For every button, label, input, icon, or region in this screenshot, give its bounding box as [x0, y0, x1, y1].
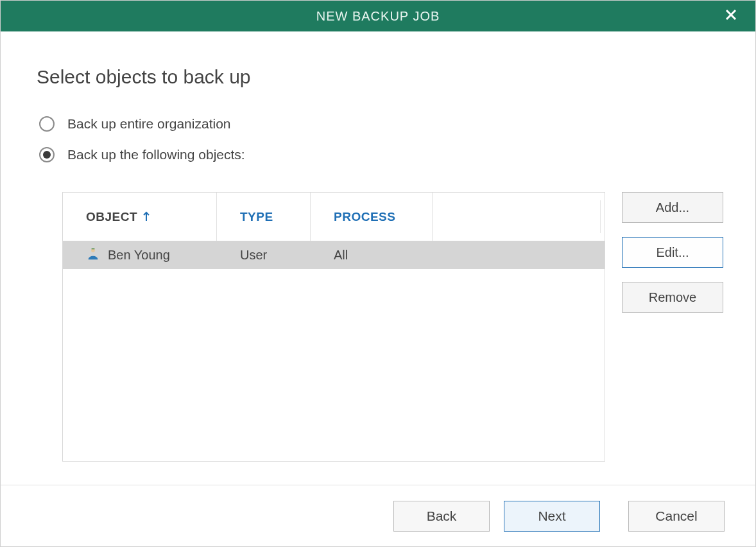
radio-entire-org[interactable]: Back up entire organization: [39, 116, 723, 132]
table-row[interactable]: Ben Young User All: [63, 241, 605, 269]
objects-grid: OBJECT TYPE PROCESS: [62, 192, 605, 462]
col-header-object[interactable]: OBJECT: [63, 193, 217, 241]
col-header-process[interactable]: PROCESS: [311, 193, 433, 241]
edit-button[interactable]: Edit...: [622, 237, 723, 268]
add-button-label: Add...: [656, 200, 689, 215]
col-header-type[interactable]: TYPE: [217, 193, 311, 241]
sort-asc-icon: [142, 209, 150, 225]
titlebar: NEW BACKUP JOB: [1, 1, 755, 31]
cell-process-value: All: [334, 248, 348, 263]
cell-type-value: User: [240, 248, 267, 263]
add-button[interactable]: Add...: [622, 192, 723, 223]
remove-button[interactable]: Remove: [622, 282, 723, 313]
cell-process: All: [311, 248, 433, 263]
grid-header: OBJECT TYPE PROCESS: [63, 193, 605, 241]
col-header-empty: [433, 193, 605, 241]
radio-label-entire-org: Back up entire organization: [67, 116, 231, 132]
edit-button-label: Edit...: [656, 245, 689, 260]
next-button-label: Next: [538, 508, 565, 524]
radio-label-following-objects: Back up the following objects:: [67, 147, 245, 162]
next-button[interactable]: Next: [504, 501, 600, 532]
radio-icon: [39, 147, 55, 162]
close-button[interactable]: [718, 1, 744, 31]
content-area: Select objects to back up Back up entire…: [1, 31, 755, 485]
back-button-label: Back: [427, 508, 457, 524]
side-buttons: Add... Edit... Remove: [622, 192, 723, 465]
cell-object-value: Ben Young: [108, 248, 170, 263]
user-icon: [86, 247, 100, 264]
remove-button-label: Remove: [649, 290, 696, 305]
col-header-type-label: TYPE: [240, 210, 273, 224]
cancel-button[interactable]: Cancel: [628, 501, 725, 532]
cell-type: User: [217, 248, 311, 263]
svg-rect-4: [92, 248, 95, 248]
radio-following-objects[interactable]: Back up the following objects:: [39, 147, 723, 162]
table-area: OBJECT TYPE PROCESS: [62, 192, 723, 465]
cancel-button-label: Cancel: [655, 508, 697, 524]
grid-body: Ben Young User All: [63, 241, 605, 461]
close-icon: [725, 8, 737, 24]
back-button[interactable]: Back: [393, 501, 490, 532]
dialog-title: NEW BACKUP JOB: [316, 9, 440, 24]
col-header-object-label: OBJECT: [86, 210, 137, 224]
radio-group: Back up entire organization Back up the …: [39, 116, 723, 178]
footer: Back Next Cancel: [1, 485, 755, 546]
radio-icon: [39, 116, 55, 132]
page-heading: Select objects to back up: [37, 66, 723, 88]
col-header-process-label: PROCESS: [334, 210, 395, 224]
cell-object: Ben Young: [63, 247, 217, 264]
